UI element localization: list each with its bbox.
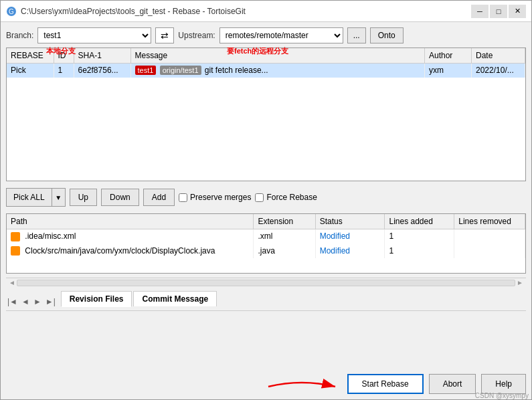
file-ext-1: .xml	[254, 229, 315, 243]
tab-last-button[interactable]: ►|	[44, 297, 57, 306]
bottom-bar: Start Rebase Abort Help CSDN @xysympy	[1, 369, 531, 399]
window-title: C:\Users\yxm\IdeaProjects\tools_git_test…	[21, 7, 246, 16]
main-window: G C:\Users\yxm\IdeaProjects\tools_git_te…	[0, 0, 532, 400]
pick-all-button[interactable]: Pick ALL	[7, 189, 52, 206]
down-button[interactable]: Down	[101, 189, 139, 206]
col-header-lines-removed: Lines removed	[454, 214, 525, 229]
table-row[interactable]: Pick 1 6e2f8756... test1 origin/test1 gi…	[7, 63, 525, 78]
abort-button[interactable]: Abort	[429, 374, 476, 394]
ellipsis-button[interactable]: ...	[347, 27, 366, 43]
preserve-merges-checkbox[interactable]	[179, 193, 187, 202]
tab-navigation: |◄ ◄ ► ►|	[6, 297, 57, 306]
file-row[interactable]: Clock/src/main/java/com/yxm/clock/Displa…	[7, 243, 525, 258]
arrow-annotation	[262, 377, 342, 398]
cell-author: yxm	[425, 63, 472, 78]
annotation-branch: 本地分支	[46, 46, 76, 56]
swap-button[interactable]: ⇄	[155, 27, 174, 43]
svg-text:G: G	[9, 8, 14, 15]
onto-button[interactable]: Onto	[370, 27, 404, 43]
col-header-date: Date	[472, 48, 525, 63]
cell-sha: 6e2f8756...	[74, 63, 130, 78]
branch-row: Branch: test1 ⇄ Upstream: remotes/remote…	[6, 27, 526, 43]
branch-select[interactable]: test1	[37, 27, 151, 43]
toolbar-row: Pick ALL ▼ Up Down Add Preserve merges F…	[6, 185, 526, 209]
app-icon: G	[6, 6, 17, 17]
title-bar-left: G C:\Users\yxm\IdeaProjects\tools_git_te…	[6, 6, 246, 17]
force-rebase-text: Force Rebase	[266, 193, 317, 202]
upstream-select[interactable]: remotes/remote/master	[219, 27, 343, 43]
file-path-1: .idea/misc.xml	[7, 229, 254, 243]
tab-area: |◄ ◄ ► ►| Revision Files Commit Message	[6, 291, 526, 306]
pick-all-group: Pick ALL ▼	[6, 188, 66, 207]
col-header-status: Status	[315, 214, 385, 229]
cell-id: 1	[54, 63, 74, 78]
force-rebase-checkbox[interactable]	[255, 193, 264, 202]
file-path-2: Clock/src/main/java/com/yxm/clock/Displa…	[7, 243, 254, 258]
tab-separator	[6, 310, 526, 311]
file-icon-1	[11, 232, 20, 241]
preserve-merges-text: Preserve merges	[190, 193, 251, 202]
pick-dropdown-button[interactable]: ▼	[52, 189, 65, 206]
col-header-lines-added: Lines added	[385, 214, 454, 229]
col-header-author: Author	[425, 48, 472, 63]
files-container: Path Extension Status Lines added Lines …	[6, 213, 526, 274]
scroll-track[interactable]	[17, 280, 515, 286]
rebase-table-container: REBASE ID SHA-1 Message Author Date Pick…	[6, 47, 526, 181]
tab-commit-message[interactable]: Commit Message	[133, 291, 217, 306]
file-icon-2	[11, 246, 20, 256]
file-lines-removed-1	[454, 229, 525, 243]
files-table: Path Extension Status Lines added Lines …	[7, 214, 525, 258]
maximize-button[interactable]: □	[490, 5, 507, 18]
col-header-sha: SHA-1	[74, 48, 130, 63]
file-lines-added-2: 1	[385, 243, 454, 258]
message-text: git fetch release...	[205, 66, 268, 75]
cell-rebase: Pick	[7, 63, 54, 78]
file-status-2: Modified	[315, 243, 385, 258]
tag-test1: test1	[135, 66, 157, 75]
title-bar-controls: ─ □ ✕	[471, 5, 526, 18]
scroll-left-arrow[interactable]: ◄	[9, 279, 15, 286]
add-button[interactable]: Add	[143, 189, 175, 206]
col-header-path: Path	[7, 214, 254, 229]
tab-first-button[interactable]: |◄	[6, 297, 19, 306]
preserve-merges-label[interactable]: Preserve merges	[179, 193, 251, 202]
annotation-upstream: 要fetch的远程分支	[227, 46, 288, 56]
tab-next-button[interactable]: ►	[32, 297, 43, 306]
minimize-button[interactable]: ─	[471, 5, 489, 18]
help-button[interactable]: Help	[481, 374, 526, 394]
tab-prev-button[interactable]: ◄	[20, 297, 31, 306]
watermark: CSDN @xysympy	[475, 392, 529, 399]
tab-revision-files[interactable]: Revision Files	[61, 291, 132, 307]
cell-message: test1 origin/test1 git fetch release...	[130, 63, 425, 78]
file-lines-added-1: 1	[385, 229, 454, 243]
start-rebase-button[interactable]: Start Rebase	[347, 374, 424, 394]
horizontal-scrollbar[interactable]: ◄ ►	[6, 278, 526, 287]
tag-origin: origin/test1	[160, 66, 201, 75]
file-lines-removed-2	[454, 243, 525, 258]
upstream-label: Upstream:	[178, 31, 215, 40]
main-content: Branch: test1 ⇄ Upstream: remotes/remote…	[1, 22, 531, 369]
branch-label: Branch:	[6, 31, 33, 40]
up-button[interactable]: Up	[70, 189, 97, 206]
file-status-1: Modified	[315, 229, 385, 243]
file-ext-2: .java	[254, 243, 315, 258]
cell-date: 2022/10/...	[472, 63, 525, 78]
col-header-ext: Extension	[254, 214, 315, 229]
force-rebase-label[interactable]: Force Rebase	[255, 193, 317, 202]
title-bar: G C:\Users\yxm\IdeaProjects\tools_git_te…	[1, 1, 531, 22]
file-row[interactable]: .idea/misc.xml .xml Modified 1	[7, 229, 525, 243]
scroll-right-arrow[interactable]: ►	[517, 279, 523, 286]
close-button[interactable]: ✕	[509, 5, 526, 18]
